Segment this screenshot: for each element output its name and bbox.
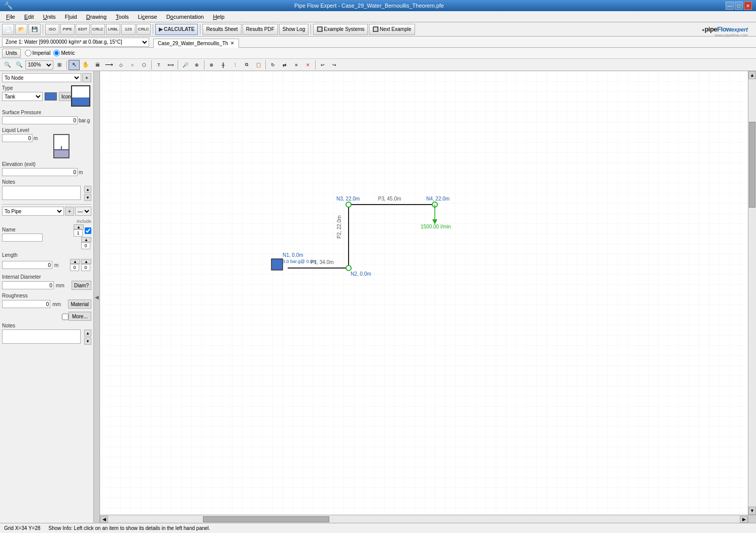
metric-radio[interactable]: Metric — [53, 50, 75, 56]
align-tool[interactable]: ≡ — [291, 60, 302, 70]
maximize-button[interactable]: □ — [735, 2, 743, 10]
rotate-tool[interactable]: ↻ — [267, 60, 279, 70]
name-input[interactable] — [2, 234, 43, 242]
canvas-area[interactable]: N1, 0.0m 3.0 bar.g@ 0.0m P1, 34.0m N2, 0… — [100, 71, 748, 515]
node-n2-dot[interactable] — [346, 265, 351, 271]
active-tab[interactable]: Case_29_Water_Bernoullis_Th ✕ — [153, 39, 239, 48]
menu-fluid[interactable]: Fluid — [61, 13, 81, 21]
menu-units[interactable]: Units — [39, 13, 60, 21]
redo-button[interactable]: ↪ — [329, 60, 340, 70]
edit-btn[interactable]: EDIT — [76, 24, 90, 35]
label-btn[interactable]: LRBL — [106, 24, 120, 35]
material-button[interactable]: Material — [68, 299, 91, 309]
tank-tool[interactable]: 🏛 — [92, 60, 103, 70]
hscroll-left[interactable]: ◀ — [100, 516, 108, 523]
num-btn[interactable]: 123 — [121, 24, 135, 35]
menu-documentation[interactable]: Documentation — [162, 13, 208, 21]
menu-file[interactable]: File — [2, 13, 19, 21]
zoom-fit-all[interactable]: ⊕ — [191, 60, 202, 70]
imperial-radio[interactable]: Imperial — [25, 50, 51, 56]
diameter-input[interactable] — [2, 281, 54, 289]
results-pdf-button[interactable]: Results PDF — [243, 24, 278, 35]
close-button[interactable]: ✕ — [744, 2, 752, 10]
menu-edit[interactable]: Edit — [20, 13, 38, 21]
pipe-notes-textarea[interactable] — [2, 329, 81, 344]
zoom-area[interactable]: 🔎 — [180, 60, 191, 70]
snap-grid[interactable]: ⋮ — [229, 60, 240, 70]
pipe-btn[interactable]: PIPE — [60, 24, 75, 35]
roughness-input[interactable] — [2, 300, 50, 308]
pipe-line-style[interactable]: — — [75, 207, 91, 216]
menu-tools[interactable]: Tools — [112, 13, 133, 21]
hscroll-thumb[interactable] — [203, 516, 329, 522]
fit-zoom[interactable]: ⊞ — [54, 60, 65, 70]
dimension-tool[interactable]: ⟺ — [165, 60, 176, 70]
text-tool[interactable]: T — [153, 60, 164, 70]
notes-scroll-up[interactable]: ▲ — [84, 186, 91, 193]
stepper-4-val[interactable] — [81, 264, 90, 271]
delete-tool[interactable]: ✕ — [302, 60, 314, 70]
more-button[interactable]: More... — [68, 312, 91, 321]
stepper-1-up[interactable]: ▲ — [74, 224, 84, 229]
pump-tool[interactable]: ○ — [127, 60, 138, 70]
vscroll-down[interactable]: ▼ — [748, 507, 756, 515]
minimize-button[interactable]: — — [726, 2, 734, 10]
stepper-2-up[interactable]: ▲ — [81, 237, 91, 242]
to-node-dropdown[interactable]: To Node — [2, 73, 81, 82]
save-button[interactable]: 💾 — [28, 24, 41, 35]
more-checkbox[interactable] — [62, 312, 68, 322]
liquid-level-input[interactable] — [2, 134, 32, 142]
show-log-button[interactable]: Show Log — [279, 24, 308, 35]
zone-dropdown[interactable]: Zone 1: Water [999.000000 kg/m³ at 0.0ba… — [2, 38, 149, 47]
tab-close-icon[interactable]: ✕ — [230, 41, 234, 46]
node-n3-dot[interactable] — [346, 202, 351, 207]
menu-drawing[interactable]: Drawing — [82, 13, 111, 21]
pan-tool[interactable]: ✋ — [80, 60, 91, 70]
pipe-notes-scroll-up[interactable]: ▲ — [84, 329, 91, 337]
zoom-out-small[interactable]: 🔍 — [2, 60, 13, 70]
hscroll-right[interactable]: ▶ — [740, 516, 748, 523]
to-node-add-btn[interactable]: + — [82, 73, 91, 82]
component-tool[interactable]: ⬡ — [139, 60, 150, 70]
pipe-tool[interactable]: ⟶ — [104, 60, 115, 70]
diam-button[interactable]: Diam? — [72, 281, 91, 290]
type-dropdown[interactable]: Tank — [2, 92, 43, 101]
stepper-3-val[interactable] — [70, 264, 79, 271]
calculate-button[interactable]: ▶ CALCULATE — [155, 24, 198, 35]
calc2-btn[interactable]: CRLC — [136, 24, 151, 35]
iso-button[interactable]: ISO — [45, 24, 59, 35]
imperial-input[interactable] — [25, 50, 31, 56]
elevation-input[interactable] — [2, 168, 78, 176]
vscroll-thumb[interactable] — [749, 122, 755, 207]
color-picker[interactable] — [45, 92, 57, 101]
paste-tool[interactable]: 📋 — [253, 60, 264, 70]
node-add[interactable]: ⊕ — [206, 60, 217, 70]
zoom-select[interactable]: 100% — [25, 60, 53, 70]
pipe-add[interactable]: ╫ — [218, 60, 229, 70]
undo-button[interactable]: ↩ — [317, 60, 328, 70]
pipe-notes-scroll-down[interactable]: ▼ — [84, 338, 91, 345]
metric-input[interactable] — [53, 50, 60, 56]
vscroll-up[interactable]: ▲ — [748, 71, 756, 79]
tank-symbol[interactable] — [271, 259, 283, 270]
results-sheet-button[interactable]: Results Sheet — [202, 24, 241, 35]
new-button[interactable]: 📄 — [2, 24, 14, 35]
stepper-1-val[interactable] — [74, 229, 83, 237]
menu-help[interactable]: Help — [209, 13, 229, 21]
menu-license[interactable]: License — [134, 13, 161, 21]
panel-collapse-button[interactable]: ◀ — [94, 71, 100, 523]
vertical-scrollbar[interactable]: ▲ ▼ — [748, 71, 756, 515]
stepper-2-val[interactable] — [81, 242, 90, 249]
surface-pressure-input[interactable] — [2, 116, 78, 124]
to-pipe-dropdown[interactable]: To Pipe — [2, 207, 64, 216]
flip-tool[interactable]: ⇄ — [279, 60, 290, 70]
stepper-4-up[interactable]: ▲ — [81, 259, 91, 264]
example-systems-button[interactable]: 🔲 Example Systems — [313, 24, 368, 35]
stepper-3-up[interactable]: ▲ — [70, 259, 80, 264]
units-button[interactable]: Units — [2, 49, 21, 58]
to-pipe-add-btn[interactable]: + — [65, 207, 74, 216]
notes-scroll-down[interactable]: ▼ — [84, 194, 91, 201]
open-button[interactable]: 📂 — [15, 24, 27, 35]
zoom-in-small[interactable]: 🔍 — [14, 60, 25, 70]
valve-tool[interactable]: ◇ — [115, 60, 126, 70]
